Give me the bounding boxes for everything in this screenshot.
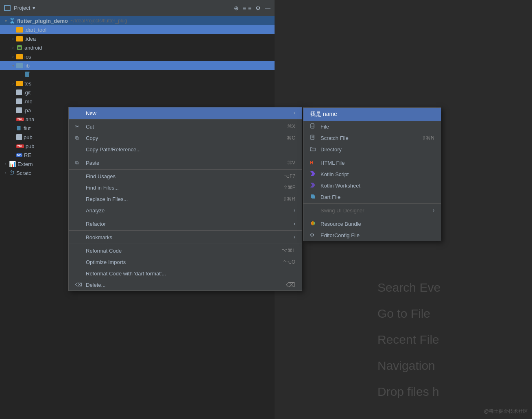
kotlin-script-item-icon xyxy=(310,171,317,178)
menu-label-reformat: Reformat Code xyxy=(86,248,122,254)
tree-label-scratches: Scratc xyxy=(16,170,31,176)
dart-file-icon xyxy=(24,71,31,78)
submenu-new: 我是 name File xyxy=(303,107,441,241)
copy-icon: ⧉ xyxy=(75,135,83,141)
flut-dart-icon xyxy=(16,125,22,131)
submenu-item-dart[interactable]: Dart File xyxy=(303,191,441,203)
menu-label-refactor: Refactor xyxy=(86,221,106,227)
submenu-item-html[interactable]: H HTML File xyxy=(303,157,441,168)
menu-label-analyze: Analyze xyxy=(86,207,105,214)
menu-item-bookmarks[interactable]: Bookmarks › xyxy=(69,231,302,243)
submenu-item-kotlin-script[interactable]: Kotlin Script xyxy=(303,168,441,180)
resource-item-icon xyxy=(310,220,317,227)
tree-label-test: tes xyxy=(24,81,31,87)
refactor-submenu-arrow: › xyxy=(294,221,295,227)
copy-shortcut: ⌘C xyxy=(287,135,295,141)
menu-item-delete[interactable]: ⌫ Delete... ⌫ xyxy=(69,279,302,290)
tree-label-pa: .pa xyxy=(24,107,31,113)
menu-label-find-files: Find in Files... xyxy=(86,185,119,191)
tree-label-idea: .idea xyxy=(24,36,36,42)
menu-item-paste[interactable]: ⧉ Paste ⌘V xyxy=(69,157,302,168)
reformat-shortcut: ⌥⌘L xyxy=(282,248,295,253)
menu-item-reformat-dart[interactable]: Reformat Code with 'dart format'... xyxy=(69,268,302,279)
file-item-icon xyxy=(310,123,317,130)
svg-marker-0 xyxy=(10,21,14,24)
menu-item-copy-path[interactable]: Copy Path/Reference... xyxy=(69,144,302,155)
menu-item-refactor[interactable]: Refactor › xyxy=(69,218,302,229)
menu-label-delete: Delete... xyxy=(86,282,105,288)
editorconfig-item-icon: ⚙ xyxy=(310,232,317,238)
menu-item-cut[interactable]: ✂ Cut ⌘X xyxy=(69,121,302,132)
submenu-header[interactable]: 我是 name xyxy=(303,108,441,121)
submenu-sep-3 xyxy=(303,217,441,217)
context-sep-1 xyxy=(69,120,302,120)
submenu-item-file[interactable]: File xyxy=(303,121,441,132)
tree-item-idea[interactable]: › .idea xyxy=(0,34,275,43)
menu-item-replace[interactable]: Replace in Files... ⇧⌘R xyxy=(69,193,302,205)
menu-label-cut: Cut xyxy=(86,124,94,130)
hint-recent: Recent File xyxy=(377,333,524,347)
align2-icon[interactable]: ≡ xyxy=(248,5,251,11)
panel-chevron[interactable]: ▾ xyxy=(33,5,35,11)
context-menu: New › 我是 name File xyxy=(68,107,302,291)
tree-label-android: android xyxy=(24,45,42,51)
analyze-submenu-arrow: › xyxy=(294,207,295,213)
align1-icon[interactable]: ≡ xyxy=(243,5,246,11)
tree-item-dart-file[interactable] xyxy=(0,70,275,79)
pub1-file-icon xyxy=(16,134,22,140)
menu-label-paste: Paste xyxy=(86,160,99,166)
tree-item-lib[interactable]: ▾ lib xyxy=(0,61,275,70)
minus-icon[interactable]: — xyxy=(265,5,270,11)
delete-shortcut-icon: ⌫ xyxy=(286,281,295,289)
tree-item-me[interactable]: .me xyxy=(0,97,275,106)
svg-marker-5 xyxy=(29,72,30,72)
menu-label-optimize: Optimize Imports xyxy=(86,259,126,265)
tree-label-dart-tool: .dart_tool xyxy=(24,27,46,33)
menu-label-copy-path: Copy Path/Reference... xyxy=(86,146,141,153)
submenu-item-swing[interactable]: Swing UI Designer › xyxy=(303,205,441,216)
submenu-item-scratch[interactable]: Scratch File ⇧⌘N xyxy=(303,132,441,144)
hint-search: Search Eve xyxy=(377,281,524,295)
menu-item-analyze[interactable]: Analyze › xyxy=(69,205,302,216)
submenu-label-resource: Resource Bundle xyxy=(321,221,361,227)
menu-item-find-files[interactable]: Find in Files... ⇧⌘F xyxy=(69,182,302,193)
tree-item-android[interactable]: › android xyxy=(0,43,275,52)
menu-item-optimize[interactable]: Optimize Imports ^⌥O xyxy=(69,256,302,268)
tree-label-me: .me xyxy=(24,98,33,105)
svg-rect-17 xyxy=(312,221,314,225)
submenu-item-resource[interactable]: Resource Bundle xyxy=(303,218,441,229)
tree-item-ios[interactable]: › ios xyxy=(0,52,275,61)
expand-root: ▾ xyxy=(2,19,9,23)
menu-item-reformat[interactable]: Reformat Code ⌥⌘L xyxy=(69,245,302,256)
menu-item-copy[interactable]: ⧉ Copy ⌘C xyxy=(69,132,302,144)
menu-label-reformat-dart: Reformat Code with 'dart format'... xyxy=(86,271,166,277)
swing-submenu-arrow: › xyxy=(433,207,434,213)
submenu-item-editorconfig[interactable]: ⚙ EditorConfig File xyxy=(303,229,441,241)
svg-rect-4 xyxy=(25,72,29,77)
settings-icon[interactable]: ⚙ xyxy=(255,5,261,11)
hint-drop: Drop files h xyxy=(377,385,524,399)
submenu-item-directory[interactable]: Directory xyxy=(303,144,441,155)
menu-item-find-usages[interactable]: Find Usages ⌥F7 xyxy=(69,170,302,182)
tree-item-git[interactable]: .git xyxy=(0,88,275,97)
me-file-icon xyxy=(16,98,22,104)
scratch-svg-icon xyxy=(310,135,316,140)
yaml-badge-ana: YML xyxy=(16,118,24,121)
menu-label-new: New xyxy=(86,110,96,116)
tree-item-test[interactable]: › tes xyxy=(0,79,275,88)
submenu-label-scratch: Scratch File xyxy=(321,135,349,141)
tree-label-pub2: pub xyxy=(26,143,35,149)
submenu-sep-1 xyxy=(303,156,441,156)
tree-item-dart-tool[interactable]: › .dart_tool xyxy=(0,25,275,34)
project-toolbar: Project ▾ ⊕ ≡ ≡ ⚙ — xyxy=(0,0,275,16)
menu-item-new[interactable]: New › 我是 name File xyxy=(69,107,302,119)
submenu-item-kotlin-worksheet[interactable]: Kotlin Worksheet xyxy=(303,180,441,191)
tree-label-ios: ios xyxy=(24,54,31,60)
find-usages-shortcut: ⌥F7 xyxy=(284,173,295,179)
add-icon[interactable]: ⊕ xyxy=(234,5,239,11)
find-files-shortcut: ⇧⌘F xyxy=(283,185,295,190)
dart-svg-icon xyxy=(310,194,316,199)
svg-marker-1 xyxy=(10,18,14,21)
context-sep-4 xyxy=(69,217,302,217)
project-root[interactable]: ▾ flutter_plugin_demo ~/IdeaProjects/flu… xyxy=(0,16,275,25)
